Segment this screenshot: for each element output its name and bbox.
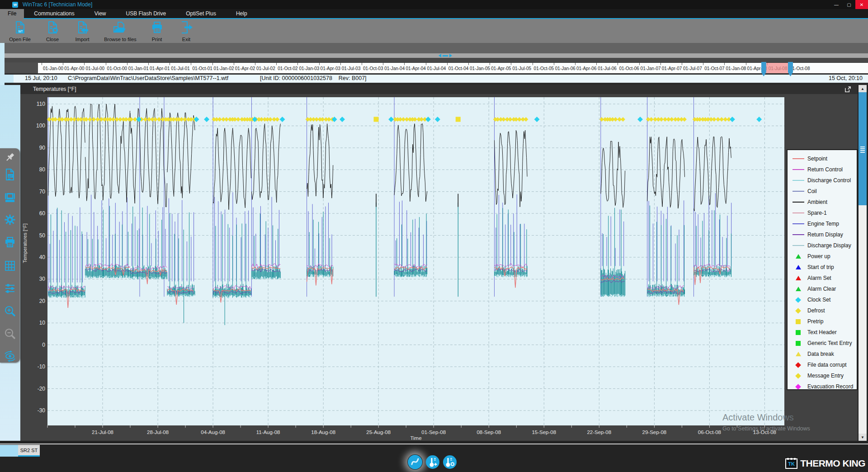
- legend-item-evacuation-record[interactable]: Evacuation Record: [788, 381, 857, 392]
- svg-text:-20: -20: [38, 386, 46, 392]
- scrollbar-thumb[interactable]: [859, 92, 867, 205]
- timeline-label: 01-Apr-02: [235, 66, 255, 71]
- legend-line-swatch: [792, 234, 804, 235]
- legend-line-swatch: [792, 202, 804, 203]
- scroll-down-button[interactable]: ▼: [859, 434, 867, 441]
- menu-item-optiset-plus[interactable]: OptiSet Plus: [176, 9, 226, 18]
- close-button[interactable]: Close: [41, 21, 64, 42]
- sidebar-open-file-button[interactable]: WT: [3, 169, 17, 182]
- legend-item-message-entry[interactable]: Message Entry: [788, 370, 857, 381]
- legend-item-ambient[interactable]: Ambient: [788, 197, 857, 208]
- timeline-tick: [212, 63, 213, 65]
- sidebar-controller-device-button[interactable]: [3, 191, 17, 205]
- legend-item-return-display[interactable]: Return Display: [788, 229, 857, 240]
- vertical-scrollbar[interactable]: ▲ ▼: [859, 85, 867, 441]
- timeline-tick: [426, 63, 426, 65]
- toolbar-lower-band: [4, 43, 868, 53]
- open-file-button[interactable]: WTOpen File: [5, 21, 34, 42]
- legend-item-power-up[interactable]: Power up: [788, 251, 857, 262]
- signature-wave-button[interactable]: [407, 454, 423, 470]
- splitter-grip[interactable]: [435, 53, 456, 58]
- timeline-navigator[interactable]: 01-Jan-0001-Apr-0001-Jul-0001-Oct-0001-J…: [38, 62, 868, 74]
- legend-item-alarm-clear[interactable]: Alarm Clear: [788, 283, 857, 294]
- sidebar-grid-view-button[interactable]: [3, 260, 17, 274]
- x-axis-title: Time: [410, 435, 421, 441]
- scrollbar-grip-icon: [860, 146, 865, 153]
- minimize-button[interactable]: —: [830, 0, 843, 9]
- menu-item-file[interactable]: File: [0, 9, 24, 19]
- scroll-up-button[interactable]: ▲: [859, 85, 867, 92]
- svg-text:08-Sep-08: 08-Sep-08: [476, 430, 501, 435]
- wintrac-window: W WinTrac 6 [Technician Mode] —▢✕ FileCo…: [0, 0, 868, 472]
- thermometer-add-button[interactable]: [425, 454, 440, 470]
- sidebar-pin-button[interactable]: [3, 152, 17, 165]
- svg-text:06-Oct-08: 06-Oct-08: [698, 430, 721, 435]
- sidebar-print-button[interactable]: [3, 236, 17, 250]
- temperature-chart[interactable]: 1101009080706050403020100-10-20-30Temper…: [20, 94, 858, 441]
- timeline-label: 01-Jul-05: [512, 66, 531, 71]
- legend-item-coil[interactable]: Coil: [788, 186, 857, 197]
- timeline-tick: [468, 63, 469, 65]
- legend-item-defrost[interactable]: Defrost: [788, 305, 857, 316]
- legend-item-data-break[interactable]: Data break: [788, 349, 857, 359]
- sidebar-filter-sliders-button[interactable]: [3, 283, 17, 296]
- timeline-label: 01-Oct-06: [619, 66, 639, 71]
- timeline-label: 01-Jul-07: [683, 66, 702, 71]
- thermometer-settings-button[interactable]: [442, 454, 458, 470]
- timeline-tick: [639, 63, 640, 65]
- close-button[interactable]: ✕: [855, 0, 868, 9]
- legend-item-alarm-set[interactable]: Alarm Set: [788, 273, 857, 283]
- sidebar-zoom-in-button[interactable]: [3, 305, 17, 319]
- chart-legend: SetpointReturn ControlDischarge ControlC…: [787, 149, 858, 390]
- bottom-divider: [0, 444, 868, 444]
- legend-triangle-marker: [792, 254, 804, 259]
- timeline-label: 01-Jan-00: [43, 66, 63, 71]
- exit-button[interactable]: Exit: [176, 21, 196, 42]
- chart-canvas: 1101009080706050403020100-10-20-30Temper…: [20, 94, 858, 441]
- sidebar-zoom-out-button[interactable]: [3, 328, 17, 341]
- timeline-tick: [42, 63, 42, 65]
- file-status-bar: 15 Jul, 20:10 C:\ProgramData\WinTrac\Use…: [14, 75, 868, 83]
- browse-to-files-button[interactable]: Browse to files: [99, 21, 142, 42]
- sidebar-settings-gear-button[interactable]: [3, 214, 17, 227]
- window-controls: —▢✕: [830, 0, 868, 9]
- menu-item-usb-flash-drive[interactable]: USB Flash Drive: [116, 9, 176, 18]
- legend-item-spare-1[interactable]: Spare-1: [788, 208, 857, 218]
- print-button[interactable]: Print: [146, 21, 168, 42]
- app-icon: W: [12, 2, 18, 8]
- legend-line-swatch: [792, 191, 804, 192]
- timeline-tick: [297, 63, 298, 65]
- timeline-tick: [660, 63, 661, 65]
- menu-item-help[interactable]: Help: [226, 9, 257, 18]
- timeline-tick: [447, 63, 448, 65]
- tab-sr2-st[interactable]: SR2 ST: [18, 445, 40, 457]
- legend-item-file-data-corrupt[interactable]: File data corrupt: [788, 359, 857, 370]
- import-button[interactable]: Import: [71, 21, 94, 42]
- legend-item-engine-temp[interactable]: Engine Temp: [788, 218, 857, 229]
- timeline-tick: [127, 63, 127, 65]
- legend-square-marker: [792, 319, 804, 324]
- legend-item-pretrip[interactable]: Pretrip: [788, 316, 857, 327]
- menu-item-view[interactable]: View: [85, 9, 116, 18]
- legend-item-start-of-trip[interactable]: Start of trip: [788, 262, 857, 273]
- legend-item-return-control[interactable]: Return Control: [788, 164, 857, 175]
- legend-item-discharge-display[interactable]: Discharge Display: [788, 240, 857, 251]
- timeline-tick: [234, 63, 234, 65]
- maximize-button[interactable]: ▢: [843, 0, 855, 9]
- menu-item-communications[interactable]: Communications: [24, 9, 84, 18]
- menu-bar: FileCommunicationsViewUSB Flash DriveOpt…: [0, 9, 868, 19]
- expand-panel-icon[interactable]: [844, 86, 851, 93]
- timeline-label: 01-Apr-01: [150, 66, 170, 71]
- sidebar-refresh-view-button[interactable]: [3, 350, 17, 364]
- legend-item-setpoint[interactable]: Setpoint: [788, 153, 857, 164]
- legend-item-discharge-control[interactable]: Discharge Control: [788, 175, 857, 186]
- svg-text:WT: WT: [18, 30, 23, 33]
- legend-item-text-header[interactable]: Text Header: [788, 327, 857, 338]
- splitter-right-arrow-icon: [449, 54, 452, 57]
- legend-diamond-marker: [792, 298, 804, 302]
- legend-item-clock-set[interactable]: Clock Set: [788, 294, 857, 305]
- timeline-tick: [490, 63, 490, 65]
- svg-text:20: 20: [39, 298, 46, 304]
- legend-item-generic-text-entry[interactable]: Generic Text Entry: [788, 338, 857, 349]
- timeline-upper-band: [4, 58, 868, 62]
